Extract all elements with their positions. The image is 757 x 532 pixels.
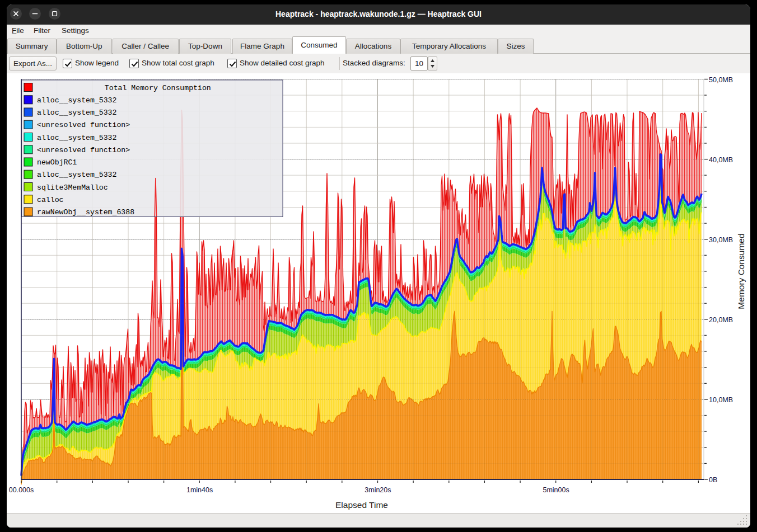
svg-text:0B: 0B [709, 476, 717, 484]
svg-text:<unresolved function>: <unresolved function> [37, 121, 130, 129]
svg-text:<unresolved function>: <unresolved function> [37, 146, 130, 154]
svg-text:Elapsed Time: Elapsed Time [335, 500, 388, 510]
svg-text:5min00s: 5min00s [543, 486, 569, 494]
svg-text:newObjRC1: newObjRC1 [37, 158, 77, 167]
svg-text:alloc__system_5332: alloc__system_5332 [37, 109, 116, 117]
svg-text:alloc__system_5332: alloc__system_5332 [37, 134, 116, 142]
svg-text:50,0MB: 50,0MB [709, 76, 733, 84]
svg-text:30,0MB: 30,0MB [709, 236, 733, 244]
svg-text:3min20s: 3min20s [365, 486, 391, 494]
svg-text:Total Memory Consumption: Total Memory Consumption [105, 84, 211, 92]
svg-text:1min40s: 1min40s [186, 486, 213, 494]
svg-text:20,0MB: 20,0MB [709, 316, 733, 324]
svg-text:Memory Consumed: Memory Consumed [736, 233, 746, 309]
svg-text:calloc: calloc [37, 196, 63, 204]
svg-text:10,0MB: 10,0MB [709, 396, 733, 404]
svg-text:40,0MB: 40,0MB [709, 156, 733, 164]
svg-text:00.000s: 00.000s [9, 486, 34, 494]
svg-text:sqlite3MemMalloc: sqlite3MemMalloc [37, 183, 108, 192]
svg-text:rawNewObj__system_6388: rawNewObj__system_6388 [37, 208, 134, 216]
svg-text:alloc__system_5332: alloc__system_5332 [37, 96, 116, 105]
svg-text:alloc__system_5332: alloc__system_5332 [37, 171, 116, 179]
